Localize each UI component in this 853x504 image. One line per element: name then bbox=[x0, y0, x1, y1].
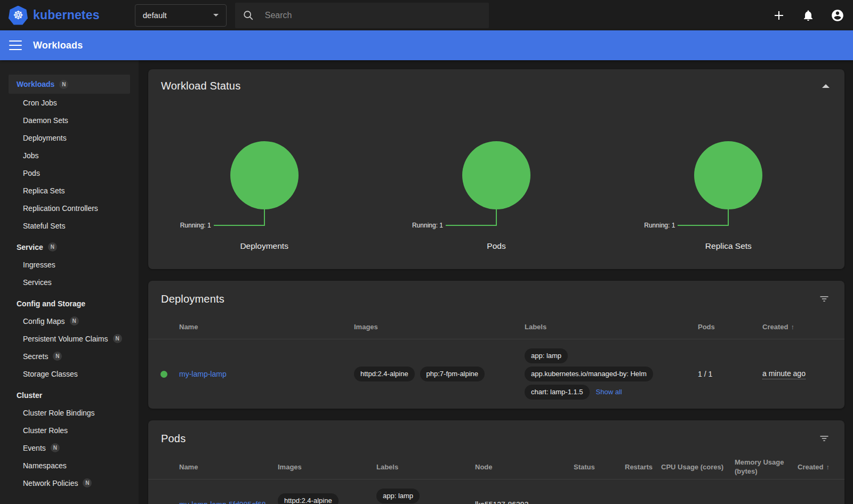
image-chip: httpd:2.4-alpine bbox=[278, 493, 339, 504]
filter-button[interactable] bbox=[817, 291, 832, 306]
column-header-created-sorted-ascending[interactable]: Created bbox=[798, 459, 844, 475]
sidebar-item-replica-sets[interactable]: Replica Sets bbox=[9, 182, 130, 199]
sidebar-item-ingresses[interactable]: Ingresses bbox=[9, 256, 130, 273]
sidebar-item-stateful-sets[interactable]: Stateful Sets bbox=[9, 217, 130, 234]
deployment-name-link[interactable]: my-lamp-lamp bbox=[179, 369, 227, 379]
sidebar-item-network-policies[interactable]: Network Policies N bbox=[9, 474, 130, 492]
sidebar-item-pods[interactable]: Pods bbox=[9, 164, 130, 182]
deployments-card: Deployments Name Images Labels Pods Crea… bbox=[148, 281, 844, 409]
column-header-pods[interactable]: Pods bbox=[698, 319, 762, 335]
account-circle-icon bbox=[831, 9, 844, 22]
card-title: Deployments bbox=[161, 293, 224, 305]
card-title: Workload Status bbox=[161, 80, 240, 92]
deployment-row: my-lamp-lamp httpd:2.4-alpine php:7-fpm-… bbox=[148, 339, 844, 409]
pie-callout: Running: 1 bbox=[613, 209, 844, 227]
pie-running-slice[interactable] bbox=[462, 141, 530, 209]
filter-button[interactable] bbox=[817, 431, 832, 446]
show-all-labels-link[interactable]: Show all bbox=[596, 388, 622, 396]
chart-title: Pods bbox=[380, 241, 612, 251]
pod-name-link[interactable]: my-lamp-lamp-5fd985cf68-jwvz4 bbox=[179, 500, 272, 504]
column-header-node[interactable]: Node bbox=[475, 459, 574, 475]
pods-count: 1 / 1 bbox=[698, 370, 762, 378]
page-title: Workloads bbox=[33, 40, 83, 51]
column-header-images[interactable]: Images bbox=[354, 319, 525, 335]
sidebar-item-persistent-volume-claims[interactable]: Persistent Volume Claims N bbox=[9, 330, 130, 347]
top-app-bar: ☸ kubernetes default bbox=[0, 0, 853, 30]
deployments-status-chart: Running: 1 Deployments bbox=[148, 141, 380, 251]
label-chip: app: lamp bbox=[525, 348, 568, 363]
plus-icon bbox=[772, 9, 785, 22]
sidebar-item-services[interactable]: Services bbox=[9, 273, 130, 291]
new-badge: N bbox=[53, 352, 62, 361]
sidebar-item-cron-jobs[interactable]: Cron Jobs bbox=[9, 94, 130, 111]
pod-row: my-lamp-lamp-5fd985cf68-jwvz4 httpd:2.4-… bbox=[148, 479, 844, 504]
brand-name: kubernetes bbox=[33, 8, 100, 22]
pie-callout: Running: 1 bbox=[380, 209, 612, 227]
column-header-restarts[interactable]: Restarts bbox=[625, 459, 661, 475]
notifications-button[interactable] bbox=[801, 9, 815, 22]
bell-icon bbox=[802, 9, 815, 22]
column-header-cpu-usage[interactable]: CPU Usage (cores) bbox=[661, 459, 735, 475]
label-chip: chart: lamp-1.1.5 bbox=[525, 385, 590, 400]
column-header-labels[interactable]: Labels bbox=[525, 319, 698, 335]
deployments-table-header: Name Images Labels Pods Created bbox=[148, 315, 844, 339]
chevron-down-icon bbox=[213, 14, 219, 17]
column-header-images[interactable]: Images bbox=[278, 459, 376, 475]
new-badge: N bbox=[70, 316, 79, 326]
collapse-card-button[interactable] bbox=[820, 82, 832, 90]
node-name: lke55127-86393-622f8d09399a bbox=[475, 500, 574, 504]
pods-card: Pods Name Images Labels Node Status Rest… bbox=[148, 420, 844, 504]
main-content: Workload Status Running: 1 Deployments bbox=[139, 60, 853, 504]
filter-icon bbox=[819, 433, 830, 444]
sidebar-item-secrets[interactable]: Secrets N bbox=[9, 347, 130, 365]
menu-button[interactable] bbox=[9, 40, 22, 50]
sidebar-item-cluster-role-bindings[interactable]: Cluster Role Bindings bbox=[9, 404, 130, 421]
sidebar-item-storage-classes[interactable]: Storage Classes bbox=[9, 365, 130, 383]
sidebar-item-service[interactable]: Service N bbox=[9, 238, 130, 256]
sidebar-item-config-and-storage[interactable]: Config and Storage bbox=[9, 295, 130, 312]
column-header-name[interactable]: Name bbox=[179, 319, 354, 335]
search-input[interactable] bbox=[265, 11, 481, 20]
sidebar-item-config-maps[interactable]: Config Maps N bbox=[9, 312, 130, 330]
sidebar-item-events[interactable]: Events N bbox=[9, 439, 130, 457]
create-resource-button[interactable] bbox=[772, 9, 786, 22]
workload-status-card: Workload Status Running: 1 Deployments bbox=[148, 69, 844, 269]
column-header-created-sorted-ascending[interactable]: Created bbox=[762, 319, 844, 335]
search-bar[interactable] bbox=[235, 3, 489, 28]
pods-status-chart: Running: 1 Pods bbox=[380, 141, 612, 251]
chevron-up-icon bbox=[822, 84, 830, 88]
sidebar-item-cluster[interactable]: Cluster bbox=[9, 386, 130, 404]
sidebar-item-namespaces[interactable]: Namespaces bbox=[9, 457, 130, 474]
replica-sets-status-chart: Running: 1 Replica Sets bbox=[613, 141, 844, 251]
search-icon bbox=[243, 10, 254, 21]
created-relative-time: a minute ago bbox=[762, 369, 806, 379]
column-header-labels[interactable]: Labels bbox=[376, 459, 475, 475]
account-button[interactable] bbox=[831, 9, 844, 22]
sidebar-nav: Workloads N Cron Jobs Daemon Sets Deploy… bbox=[0, 60, 139, 504]
sidebar-item-jobs[interactable]: Jobs bbox=[9, 147, 130, 164]
label-chip: app.kubernetes.io/managed-by: Helm bbox=[525, 367, 653, 381]
sidebar-item-cluster-roles[interactable]: Cluster Roles bbox=[9, 421, 130, 439]
namespace-selector[interactable]: default bbox=[135, 4, 227, 27]
kubernetes-helm-icon: ☸ bbox=[9, 6, 28, 25]
filter-icon bbox=[819, 294, 830, 304]
sidebar-item-replication-controllers[interactable]: Replication Controllers bbox=[9, 199, 130, 217]
namespace-selected-value: default bbox=[143, 11, 167, 20]
pie-slice-label: Running: 1 bbox=[644, 222, 675, 229]
pie-running-slice[interactable] bbox=[694, 141, 762, 209]
pie-callout: Running: 1 bbox=[148, 209, 380, 227]
new-badge: N bbox=[113, 334, 122, 343]
sidebar-item-deployments[interactable]: Deployments bbox=[9, 129, 130, 147]
image-chip: httpd:2.4-alpine bbox=[354, 367, 415, 381]
sidebar-item-workloads[interactable]: Workloads N bbox=[9, 75, 130, 94]
image-chip: php:7-fpm-alpine bbox=[420, 367, 485, 381]
kubernetes-logo[interactable]: ☸ kubernetes bbox=[9, 6, 100, 25]
pie-slice-label: Running: 1 bbox=[180, 222, 211, 229]
page-app-bar: Workloads bbox=[0, 30, 853, 60]
sidebar-item-daemon-sets[interactable]: Daemon Sets bbox=[9, 111, 130, 129]
column-header-status[interactable]: Status bbox=[574, 459, 625, 475]
pie-running-slice[interactable] bbox=[230, 141, 299, 209]
column-header-memory-usage[interactable]: Memory Usage (bytes) bbox=[735, 454, 798, 479]
column-header-name[interactable]: Name bbox=[179, 459, 278, 475]
label-chip: app: lamp bbox=[376, 489, 420, 503]
